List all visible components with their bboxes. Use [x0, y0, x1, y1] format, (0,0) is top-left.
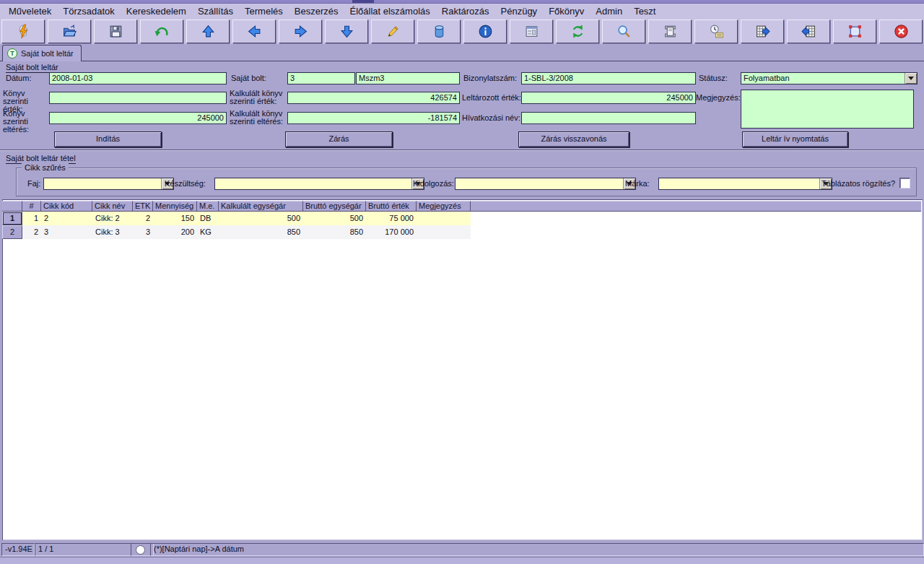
- column-header-4[interactable]: Mennyiség: [153, 201, 197, 212]
- tablazatos-rogzites-checkbox[interactable]: [899, 178, 910, 188]
- menu-item-2[interactable]: Kereskedelem: [121, 4, 192, 18]
- column-header-1[interactable]: Cikk kód: [41, 201, 92, 212]
- cell-r1-c6[interactable]: 500: [219, 212, 303, 225]
- menu-item-1[interactable]: Törzsadatok: [57, 4, 121, 18]
- nav-up-icon: [201, 24, 216, 39]
- column-header-8[interactable]: Bruttó érték: [366, 201, 417, 212]
- form-window-button[interactable]: [510, 19, 553, 43]
- nav-up-button[interactable]: [186, 19, 230, 43]
- menu-item-7[interactable]: Raktározás: [436, 4, 495, 18]
- kidolgozas-label: Kidolgozás:: [413, 180, 454, 188]
- column-header-6[interactable]: Kalkulált egységár: [219, 201, 303, 212]
- database-button[interactable]: [417, 19, 461, 43]
- cell-r1-c5[interactable]: DB: [197, 212, 219, 225]
- column-header-9[interactable]: Megjegyzés: [417, 201, 471, 212]
- undo-arrow-button[interactable]: [140, 19, 183, 43]
- kalk-ertek-input[interactable]: 426574: [287, 92, 460, 104]
- menu-item-6[interactable]: Élőállat elszámolás: [344, 4, 436, 18]
- table-back-button[interactable]: [787, 19, 830, 43]
- column-header-5[interactable]: M.e.: [197, 201, 219, 212]
- kidolgozas-dropdown[interactable]: [455, 178, 636, 190]
- zaras-button[interactable]: Zárás: [285, 131, 393, 147]
- window-select-icon: [847, 24, 863, 39]
- cell-r1-c9[interactable]: [417, 212, 471, 225]
- hivatkozasi-input[interactable]: [521, 112, 696, 124]
- nav-right-button[interactable]: [279, 19, 322, 43]
- menu-item-3[interactable]: Szállítás: [192, 4, 239, 18]
- cell-r2-c0[interactable]: 2: [22, 225, 41, 239]
- cell-r2-c5[interactable]: KG: [197, 225, 219, 239]
- cell-r1-c0[interactable]: 1: [22, 212, 41, 225]
- column-header-0[interactable]: #: [22, 201, 41, 212]
- undo-arrow-icon: [154, 24, 170, 39]
- row-header-1[interactable]: 1: [2, 212, 22, 225]
- kalk-elteres-input[interactable]: -181574: [287, 112, 460, 124]
- cell-r2-c1[interactable]: 3: [41, 225, 92, 239]
- menu-item-4[interactable]: Termelés: [239, 4, 289, 18]
- statusz-dropdown[interactable]: Folyamatban: [741, 72, 918, 84]
- column-header-2[interactable]: Cikk név: [92, 201, 133, 212]
- sajat-bolt-code-input[interactable]: 3: [287, 72, 355, 84]
- menu-item-8[interactable]: Pénzügy: [495, 4, 544, 18]
- cell-r2-c6[interactable]: 850: [219, 225, 303, 239]
- menu-item-9[interactable]: Főkönyv: [543, 4, 590, 18]
- search-button[interactable]: [602, 19, 645, 43]
- inditas-button[interactable]: Indítás: [54, 131, 162, 147]
- open-folder-button[interactable]: [48, 19, 91, 43]
- save-button[interactable]: [94, 19, 137, 43]
- cell-r1-c1[interactable]: 2: [41, 212, 92, 225]
- column-header-7[interactable]: Bruttó egységár: [303, 201, 366, 212]
- sajat-bolt-name-input[interactable]: Mszm3: [356, 72, 460, 84]
- edit-pencil-button[interactable]: [371, 19, 414, 43]
- leltarozott-input[interactable]: 245000: [521, 92, 696, 104]
- kalk-elteres-label: Kalkulált könyv szerinti eltérés:: [230, 110, 286, 126]
- datum-input[interactable]: 2008-01-03: [49, 72, 227, 84]
- cell-r1-c8[interactable]: 75 000: [366, 212, 417, 225]
- leltar-iv-nyomtatas-button[interactable]: Leltár ív nyomtatás: [742, 131, 848, 147]
- menu-item-11[interactable]: Teszt: [628, 4, 661, 18]
- cell-r1-c4[interactable]: 150: [153, 212, 197, 225]
- table-header-row: #Cikk kódCikk névETKMennyiségM.e.Kalkulá…: [2, 201, 921, 212]
- row-header-2[interactable]: 2: [2, 225, 22, 239]
- cell-r2-c2[interactable]: Cikk: 3: [92, 225, 133, 239]
- print-frame-button[interactable]: [648, 19, 692, 43]
- column-header-3[interactable]: ETK: [133, 201, 153, 212]
- status-message-cell: (*)[Naptári nap]->A dátum: [150, 543, 924, 556]
- cell-r1-c2[interactable]: Cikk: 2: [92, 212, 133, 225]
- refresh-button[interactable]: [556, 19, 599, 43]
- cell-r2-c9[interactable]: [417, 225, 471, 239]
- clock-calculator-button[interactable]: [694, 19, 738, 43]
- cell-r2-c8[interactable]: 170 000: [366, 225, 417, 239]
- faj-dropdown[interactable]: [43, 178, 174, 190]
- table-row-2[interactable]: 223Cikk: 33200KG850850170 000: [2, 225, 921, 239]
- tab-sajat-bolt-leltar[interactable]: T Saját bolt leltár: [2, 45, 82, 61]
- table-header-filler: [471, 201, 921, 212]
- window-top-notch: [352, 0, 374, 3]
- record-indicator-icon[interactable]: [136, 545, 145, 555]
- menu-item-10[interactable]: Admin: [590, 4, 628, 18]
- execute-flash-button[interactable]: [1, 19, 45, 43]
- keszultseg-dropdown[interactable]: [214, 178, 424, 190]
- chevron-down-icon[interactable]: [905, 73, 917, 84]
- menu-item-5[interactable]: Beszerzés: [289, 4, 344, 18]
- info-button[interactable]: [463, 19, 507, 43]
- exit-button[interactable]: [879, 19, 923, 43]
- menu-item-0[interactable]: Műveletek: [3, 4, 57, 18]
- konyv-ertek-input[interactable]: [49, 92, 227, 104]
- cell-r1-c3[interactable]: 2: [133, 212, 153, 225]
- megjegyzes-textarea[interactable]: [741, 90, 914, 129]
- nav-down-button[interactable]: [325, 19, 368, 43]
- zaras-visszavonas-button[interactable]: Zárás visszavonás: [518, 131, 629, 147]
- cell-r1-c7[interactable]: 500: [303, 212, 366, 225]
- cell-r2-c3[interactable]: 3: [133, 225, 153, 239]
- table-row-1[interactable]: 112Cikk: 22150DB50050075 000: [2, 212, 921, 225]
- cell-r2-c4[interactable]: 200: [153, 225, 197, 239]
- bizonylatszam-input[interactable]: 1-SBL-3/2008: [521, 72, 696, 84]
- marka-dropdown[interactable]: [658, 178, 832, 190]
- konyv-elteres-input[interactable]: 245000: [49, 112, 227, 124]
- nav-left-button[interactable]: [232, 19, 276, 43]
- cell-r2-c7[interactable]: 850: [303, 225, 366, 239]
- table-forward-button[interactable]: [741, 19, 784, 43]
- search-icon: [616, 24, 632, 39]
- window-select-button[interactable]: [833, 19, 876, 43]
